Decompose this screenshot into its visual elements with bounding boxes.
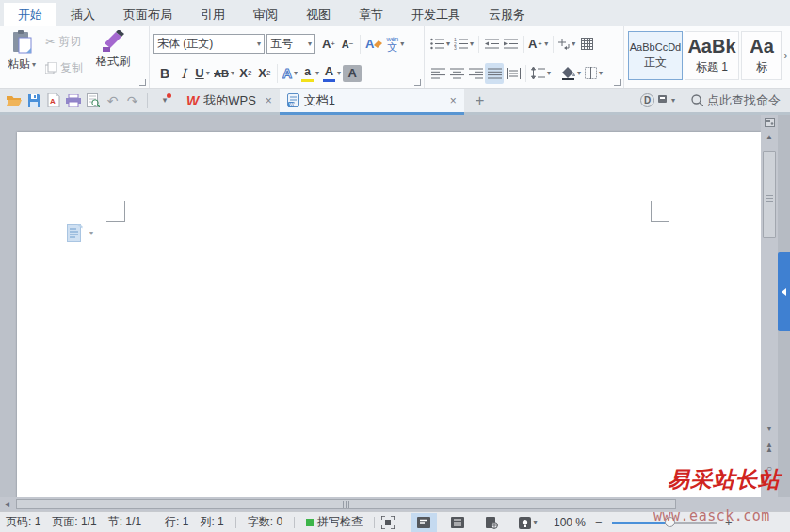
- strikethrough-button[interactable]: AB▾: [212, 63, 236, 84]
- increase-indent-icon: [504, 38, 518, 50]
- zoom-in-button[interactable]: +: [725, 515, 733, 529]
- paragraph-dialog-launcher[interactable]: [614, 79, 621, 86]
- cut-button[interactable]: ✂ 剪切: [45, 34, 81, 50]
- zoom-slider[interactable]: [612, 522, 717, 524]
- horizontal-scrollbar[interactable]: ▲: [0, 497, 790, 511]
- web-view-button[interactable]: [478, 513, 505, 532]
- scroll-left-button[interactable]: ▲: [0, 497, 15, 511]
- ruler-toggle-button[interactable]: [761, 115, 778, 130]
- page-view-button[interactable]: [411, 513, 437, 532]
- line-spacing-button[interactable]: ▾: [529, 63, 553, 84]
- undo-button[interactable]: ↶: [103, 90, 122, 111]
- close-icon[interactable]: ×: [266, 94, 272, 107]
- text-effects-button[interactable]: A▾: [281, 63, 299, 84]
- select-browse-object-button[interactable]: ○: [761, 461, 778, 476]
- workspace-switch-button[interactable]: ▾: [654, 90, 679, 111]
- menu-tab-references[interactable]: 引用: [186, 3, 239, 26]
- scroll-up-button[interactable]: ▲: [761, 130, 778, 144]
- export-pdf-button[interactable]: A: [43, 90, 63, 111]
- scroll-down-button[interactable]: ▼: [761, 422, 778, 436]
- zoom-percentage[interactable]: 100 %: [554, 516, 586, 529]
- font-size-select[interactable]: 五号 ▾: [266, 34, 315, 54]
- font-dialog-launcher[interactable]: [414, 79, 421, 86]
- menu-tab-page-layout[interactable]: 页面布局: [109, 3, 186, 26]
- font-family-select[interactable]: 宋体 (正文) ▾: [153, 34, 265, 54]
- style-card-heading1[interactable]: AaBk 标题 1: [685, 31, 739, 80]
- styles-more-button[interactable]: ›: [781, 31, 790, 80]
- print-preview-button[interactable]: [83, 90, 103, 111]
- font-color-button[interactable]: A▾: [321, 63, 343, 84]
- print-button[interactable]: [63, 90, 83, 111]
- paste-button[interactable]: 粘贴▾: [8, 30, 36, 73]
- fullscreen-button[interactable]: [375, 513, 401, 532]
- decrease-indent-button[interactable]: [482, 34, 501, 55]
- status-word-count[interactable]: 字数: 0: [248, 514, 282, 530]
- chevron-down-icon: ▾: [163, 96, 168, 105]
- spellcheck-status[interactable]: 拼写检查: [306, 514, 363, 530]
- zoom-slider-thumb[interactable]: [665, 517, 675, 527]
- vertical-scrollbar[interactable]: ▲ ▼ ▲▲ ○: [761, 115, 778, 497]
- previous-page-button[interactable]: ▲▲: [761, 441, 778, 455]
- italic-letter: I: [181, 66, 186, 81]
- table-grid-button[interactable]: [577, 34, 596, 55]
- vertical-scroll-thumb[interactable]: [763, 151, 776, 238]
- style-card-body-text[interactable]: AaBbCcDd 正文: [628, 31, 683, 80]
- shading-button[interactable]: ▾: [559, 63, 583, 84]
- document-page[interactable]: ▾: [17, 132, 761, 497]
- tab-document1[interactable]: W 文档1 ×: [280, 89, 464, 112]
- insert-helper-button[interactable]: ▾: [67, 224, 93, 242]
- task-pane-toggle[interactable]: [778, 252, 790, 331]
- justify-button[interactable]: [485, 63, 504, 84]
- zoom-out-button[interactable]: −: [595, 515, 603, 529]
- customize-toolbar-button[interactable]: ▾: [153, 90, 175, 111]
- increase-indent-button[interactable]: [501, 34, 520, 55]
- copy-button[interactable]: 复制: [45, 60, 83, 76]
- italic-button[interactable]: I: [174, 63, 193, 84]
- formatting-marks-button[interactable]: ▾: [556, 34, 577, 55]
- menu-tab-section[interactable]: 章节: [345, 3, 397, 26]
- chevron-down-icon[interactable]: ▾: [89, 230, 93, 237]
- bullets-button[interactable]: ▾: [428, 34, 452, 55]
- highlight-color-button[interactable]: a▾: [299, 63, 321, 84]
- underline-button[interactable]: U▾: [193, 63, 212, 84]
- pinyin-guide-button[interactable]: wén 文 ▾: [384, 34, 406, 55]
- text-tools-button[interactable]: A✦▾: [526, 34, 550, 55]
- menu-tab-review[interactable]: 审阅: [239, 3, 292, 26]
- character-shading-button[interactable]: A: [343, 65, 362, 82]
- command-search[interactable]: 点此查找命令: [691, 92, 781, 109]
- numbering-button[interactable]: 123▾: [452, 34, 476, 55]
- align-left-button[interactable]: [428, 63, 447, 84]
- eye-protect-mode-button[interactable]: ▾: [512, 513, 544, 532]
- save-button[interactable]: [24, 90, 43, 111]
- paste-dropdown-icon[interactable]: ▾: [32, 61, 36, 69]
- tab-my-wps[interactable]: W 我的WPS ×: [179, 89, 280, 112]
- open-file-button[interactable]: [4, 90, 24, 111]
- align-center-button[interactable]: [447, 63, 466, 84]
- format-painter-button[interactable]: 格式刷: [96, 30, 130, 70]
- menu-tab-developer[interactable]: 开发工具: [397, 3, 475, 26]
- subscript-button[interactable]: X2: [255, 63, 274, 84]
- new-tab-button[interactable]: +: [470, 90, 490, 111]
- menu-tab-insert[interactable]: 插入: [56, 3, 109, 26]
- superscript-button[interactable]: X2: [236, 63, 255, 84]
- horizontal-scroll-thumb[interactable]: [16, 499, 676, 509]
- align-right-button[interactable]: [466, 63, 485, 84]
- shrink-font-button[interactable]: A−: [338, 34, 357, 55]
- document-canvas: ▾: [0, 115, 761, 497]
- style-card-heading2[interactable]: Aa 标: [741, 31, 782, 80]
- docer-button[interactable]: D: [640, 93, 654, 107]
- close-icon[interactable]: ×: [450, 94, 457, 107]
- chevron-down-icon: ▾: [671, 97, 675, 105]
- distribute-button[interactable]: [504, 63, 523, 84]
- grow-font-button[interactable]: A+: [319, 34, 338, 55]
- menu-tab-view[interactable]: 视图: [292, 3, 345, 26]
- borders-button[interactable]: ▾: [583, 63, 605, 84]
- redo-button[interactable]: ↷: [122, 90, 142, 111]
- clear-formatting-button[interactable]: A: [363, 34, 384, 55]
- svg-text:3: 3: [454, 45, 457, 50]
- menu-tab-cloud[interactable]: 云服务: [475, 3, 540, 26]
- outline-view-button[interactable]: [444, 513, 471, 532]
- menu-tab-home[interactable]: 开始: [4, 3, 56, 26]
- bold-button[interactable]: B: [155, 63, 174, 84]
- clipboard-dialog-launcher[interactable]: [139, 79, 146, 86]
